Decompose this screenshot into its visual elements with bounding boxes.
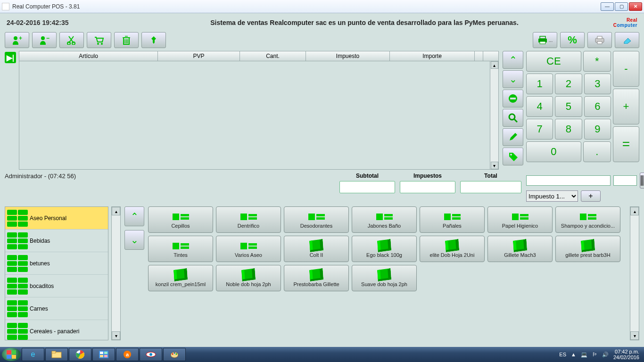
category-down-button[interactable]: ⌄ <box>124 230 144 250</box>
tray-network-icon[interactable]: 💻 <box>581 352 587 358</box>
taskbar-app1[interactable] <box>92 348 115 361</box>
maximize-button[interactable]: ▢ <box>615 2 628 11</box>
col-articulo[interactable]: Artículo <box>19 51 158 61</box>
product-item-button[interactable]: Ego black 100g <box>352 236 417 262</box>
tax-add-button[interactable]: + <box>581 190 601 202</box>
pin-button[interactable] <box>141 32 166 48</box>
col-impuesto[interactable]: Impuesto <box>306 51 390 61</box>
product-folder-button[interactable]: Desodorantes <box>284 206 349 233</box>
category-item[interactable]: bocaditos <box>5 275 108 297</box>
product-item-button[interactable]: Gillete Mach3 <box>487 236 553 262</box>
category-item[interactable]: Cereales - panaderi <box>5 320 108 340</box>
product-folder-button[interactable]: Papel Higienico <box>487 206 553 233</box>
category-item[interactable]: Aseo Personal <box>5 207 108 230</box>
col-importe[interactable]: Importe <box>390 51 475 61</box>
grid-body[interactable]: ▴▾ <box>19 61 499 170</box>
taskbar-ie[interactable]: e <box>22 348 44 361</box>
numpad-dot[interactable]: . <box>583 141 611 162</box>
svg-point-0 <box>14 36 17 40</box>
close-button[interactable]: ✕ <box>629 2 642 11</box>
numpad-minus[interactable]: - <box>613 51 639 87</box>
cart-button[interactable] <box>87 32 111 48</box>
numpad-2[interactable]: 2 <box>555 74 582 94</box>
minimize-button[interactable]: — <box>601 2 614 11</box>
svg-point-42 <box>172 354 173 355</box>
tag-button[interactable] <box>503 148 523 165</box>
product-folder-button[interactable]: Pañales <box>420 206 485 233</box>
window-title: Real Computer POS - 3.81 <box>12 3 601 10</box>
product-folder-button[interactable]: Cepillos <box>148 206 213 233</box>
taskbar-chrome[interactable] <box>69 348 91 361</box>
tax-input-2[interactable] <box>613 175 637 186</box>
row-delete-button[interactable] <box>503 90 523 107</box>
barcode-button[interactable] <box>640 173 644 189</box>
taskbar-explorer[interactable] <box>45 348 68 361</box>
eraser-button[interactable] <box>615 32 639 48</box>
print-button[interactable]: ... <box>533 32 557 48</box>
col-cant[interactable]: Cant. <box>240 51 306 61</box>
svg-text:−: − <box>46 35 50 41</box>
product-item-button[interactable]: Colt II <box>284 236 349 262</box>
delete-button[interactable] <box>114 32 139 48</box>
svg-text:+: + <box>19 35 22 41</box>
taskbar-avast[interactable]: a <box>116 348 139 361</box>
printer-button[interactable] <box>587 32 612 48</box>
tray-flag-icon[interactable]: ▲ <box>571 352 576 357</box>
edit-button[interactable] <box>503 128 523 146</box>
category-item[interactable]: Carnes <box>5 297 108 320</box>
numpad-6[interactable]: 6 <box>584 96 611 117</box>
category-up-button[interactable]: ⌃ <box>124 206 144 226</box>
tray-action-icon[interactable]: 🏳 <box>592 352 597 357</box>
numpad-ce[interactable]: CE <box>526 51 581 72</box>
numpad-plus[interactable]: + <box>613 89 639 124</box>
product-folder-button[interactable]: Shampoo y acondicio... <box>555 206 620 233</box>
product-folder-button[interactable]: Dentrifico <box>216 206 281 233</box>
tax-select[interactable]: Impuesto 1... <box>526 190 578 202</box>
tray-clock[interactable]: 07:42 p.m. 24/02/2016 <box>613 349 639 360</box>
numpad-0[interactable]: 0 <box>526 141 581 162</box>
col-pvp[interactable]: PVP <box>158 51 240 61</box>
numpad-4[interactable]: 4 <box>526 96 553 117</box>
product-item-button[interactable]: Prestobarba Gillette <box>284 265 349 291</box>
product-folder-button[interactable]: Tintes <box>148 236 213 262</box>
product-item-button[interactable]: konzil crem_pein15ml <box>148 265 213 291</box>
numpad-star[interactable]: * <box>583 51 611 72</box>
product-folder-button[interactable]: Jabones Baño <box>352 206 417 233</box>
row-down-button[interactable]: ⌄ <box>503 70 523 88</box>
add-user-button[interactable]: + <box>5 32 29 48</box>
tax-input-1[interactable] <box>526 175 611 186</box>
product-item-button[interactable]: Noble dob hoja 2ph <box>216 265 281 291</box>
tray-volume-icon[interactable]: 🔊 <box>602 352 609 358</box>
product-folder-button[interactable]: Varios Aseo <box>216 236 281 262</box>
product-item-button[interactable]: elite Dob Hoja 2Uni <box>420 236 485 262</box>
remove-user-button[interactable]: − <box>32 32 57 48</box>
category-item[interactable]: betunes <box>5 252 108 275</box>
numpad-9[interactable]: 9 <box>584 119 611 140</box>
cut-button[interactable] <box>59 32 84 48</box>
numpad-5[interactable]: 5 <box>555 96 582 117</box>
taskbar-paint[interactable] <box>163 348 186 361</box>
svg-point-43 <box>174 353 175 354</box>
grid-scrollbar[interactable]: ▴▾ <box>490 61 498 169</box>
titlebar: Real Computer POS - 3.81 — ▢ ✕ <box>0 0 644 13</box>
row-up-button[interactable]: ⌃ <box>503 51 523 69</box>
taskbar-pos-app[interactable] <box>140 348 162 361</box>
category-scrollbar[interactable]: ▴▾ <box>111 206 121 340</box>
product-item-button[interactable]: gillete prest barb3H <box>555 236 620 262</box>
app-icon <box>2 3 9 10</box>
category-list: Aseo PersonalBebidasbetunesbocaditosCarn… <box>5 206 108 340</box>
numpad-equals[interactable]: = <box>613 126 639 162</box>
search-button[interactable] <box>503 109 523 127</box>
collapse-panel-button[interactable]: ▶| <box>5 52 16 63</box>
start-button[interactable] <box>2 348 21 361</box>
numpad-3[interactable]: 3 <box>584 74 611 94</box>
numpad-1[interactable]: 1 <box>526 74 553 94</box>
product-item-button[interactable]: Suave dob hoja 2ph <box>352 265 417 291</box>
discount-button[interactable]: % <box>560 32 585 48</box>
product-scrollbar[interactable]: ▴▾ <box>630 206 639 340</box>
numpad-8[interactable]: 8 <box>555 119 582 140</box>
numpad-7[interactable]: 7 <box>526 119 553 140</box>
svg-point-4 <box>67 42 70 45</box>
tray-lang[interactable]: ES <box>559 352 566 357</box>
category-item[interactable]: Bebidas <box>5 230 108 252</box>
